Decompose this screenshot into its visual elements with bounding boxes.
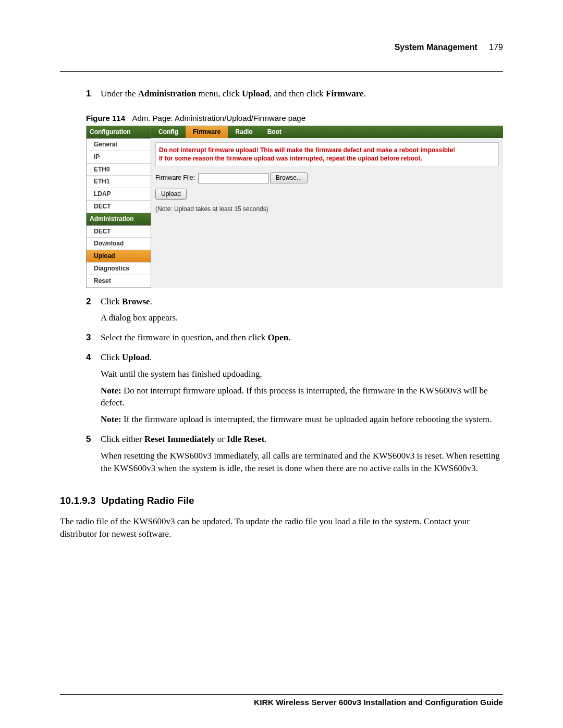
sidebar-item-download[interactable]: Download	[87, 238, 151, 250]
step-text: Click Browse.	[101, 295, 503, 308]
warning-box: Do not interrupt firmware upload! This w…	[155, 142, 499, 166]
step-2: 2 Click Browse. A dialog box appears.	[86, 295, 503, 329]
page-footer: KIRK Wireless Server 600v3 Installation …	[60, 694, 503, 708]
sidebar-item-eth0[interactable]: ETH0	[87, 164, 151, 176]
step-text: Click Upload.	[101, 351, 503, 364]
step-4: 4 Click Upload. Wait until the system ha…	[86, 351, 503, 430]
section-title: Updating Radio File	[101, 495, 194, 506]
step-5: 5 Click either Reset Immediately or Idle…	[86, 433, 503, 478]
page-number: 179	[489, 43, 503, 52]
upload-form: Firmware File: Browse... Upload (Note: U…	[151, 170, 503, 218]
step-note-1: Note: Do not interrupt firmware upload. …	[101, 385, 503, 410]
sidebar-header-administration: Administration	[87, 213, 151, 226]
sidebar-item-general[interactable]: General	[87, 139, 151, 151]
sidebar-item-reset[interactable]: Reset	[87, 275, 151, 288]
sidebar-item-eth1[interactable]: ETH1	[87, 176, 151, 188]
main-pane: Config Firmware Radio Boot Do not interr…	[151, 126, 503, 288]
sidebar-item-dect[interactable]: DECT	[87, 201, 151, 213]
sidebar-header-configuration: Configuration	[87, 126, 151, 139]
step-note-2: Note: If the firmware upload is interrup…	[101, 413, 503, 426]
tab-boot[interactable]: Boot	[260, 126, 289, 138]
section-body: The radio file of the KWS600v3 can be up…	[60, 515, 503, 540]
step-3: 3 Select the firmware in question, and t…	[86, 331, 503, 348]
sidebar: Configuration General IP ETH0 ETH1 LDAP …	[86, 126, 151, 288]
page-header: System Management 179	[60, 42, 503, 53]
step-text: Under the Administration menu, click Upl…	[101, 88, 503, 100]
step-number: 3	[86, 331, 101, 348]
step-text: Click either Reset Immediately or Idle R…	[101, 433, 503, 446]
tab-bar: Config Firmware Radio Boot	[151, 126, 503, 138]
sidebar-item-upload[interactable]: Upload	[87, 250, 151, 263]
warning-line-2: If for some reason the firmware upload w…	[159, 154, 495, 163]
section-heading: 10.1.9.3 Updating Radio File	[60, 494, 503, 508]
tab-firmware[interactable]: Firmware	[186, 126, 228, 138]
step-number: 5	[86, 433, 101, 478]
figure-title: Adm. Page: Administration/Upload/Firmwar…	[132, 114, 305, 122]
sidebar-item-ip[interactable]: IP	[87, 151, 151, 164]
firmware-file-input[interactable]	[198, 173, 268, 183]
step-text: Select the firmware in question, and the…	[101, 331, 503, 344]
section-number: 10.1.9.3	[60, 495, 96, 506]
step-after: Wait until the system has finished updoa…	[101, 368, 503, 380]
step-number: 2	[86, 295, 101, 329]
footer-rule	[60, 694, 503, 695]
tab-config[interactable]: Config	[151, 126, 186, 138]
step-1: 1 Under the Administration menu, click U…	[86, 88, 503, 104]
figure-admin-page: Configuration General IP ETH0 ETH1 LDAP …	[86, 126, 503, 288]
step-after: A dialog box appears.	[101, 312, 503, 324]
sidebar-item-diagnostics[interactable]: Diagnostics	[87, 263, 151, 275]
sidebar-item-admin-dect[interactable]: DECT	[87, 226, 151, 238]
figure-number: Figure 114	[86, 114, 125, 122]
step-number: 4	[86, 351, 101, 430]
step-after: When resetting the KWS600v3 immediately,…	[101, 450, 503, 475]
footer-text: KIRK Wireless Server 600v3 Installation …	[60, 697, 503, 708]
upload-note: (Note: Upload takes at least 15 seconds)	[155, 205, 499, 214]
firmware-file-label: Firmware File:	[155, 174, 195, 182]
upload-button[interactable]: Upload	[155, 189, 187, 200]
header-rule	[60, 71, 503, 72]
sidebar-item-ldap[interactable]: LDAP	[87, 188, 151, 201]
tab-radio[interactable]: Radio	[228, 126, 260, 138]
figure-caption: Figure 114 Adm. Page: Administration/Upl…	[86, 113, 503, 124]
step-number: 1	[86, 88, 101, 104]
header-title: System Management	[395, 43, 478, 52]
browse-button[interactable]: Browse...	[270, 172, 308, 183]
warning-line-1: Do not interrupt firmware upload! This w…	[159, 146, 495, 154]
